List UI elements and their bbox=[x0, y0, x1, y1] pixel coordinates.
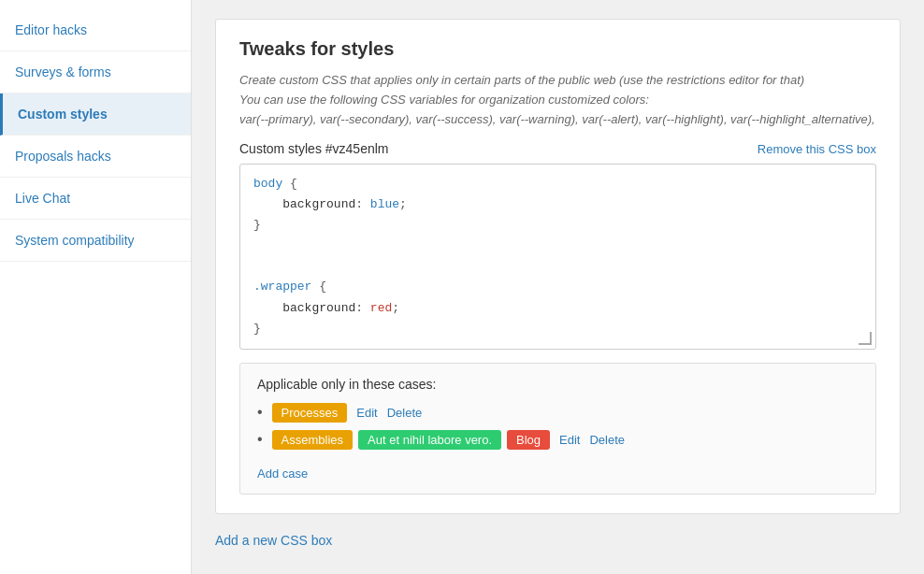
case-row-1: • Processes Edit Delete bbox=[257, 403, 859, 423]
add-new-css-link[interactable]: Add a new CSS box bbox=[215, 533, 332, 548]
bullet-1: • bbox=[257, 404, 263, 421]
add-case-link[interactable]: Add case bbox=[257, 466, 308, 481]
info-text-vars: var(--primary), var(--secondary), var(--… bbox=[239, 112, 876, 126]
bullet-2: • bbox=[257, 431, 263, 448]
sidebar-item-proposals-hacks[interactable]: Proposals hacks bbox=[0, 136, 191, 178]
css-box-header: Custom styles #vz45enlm Remove this CSS … bbox=[239, 141, 876, 156]
applicable-section: Applicable only in these cases: • Proces… bbox=[239, 363, 876, 495]
css-box-title: Custom styles #vz45enlm bbox=[239, 141, 389, 156]
sidebar-item-system-compatibility[interactable]: System compatibility bbox=[0, 220, 191, 262]
sidebar-item-live-chat[interactable]: Live Chat bbox=[0, 178, 191, 220]
main-content: Tweaks for styles Create custom CSS that… bbox=[192, 0, 924, 574]
case-row-2: • Assemblies Aut et nihil labore vero. B… bbox=[257, 430, 859, 450]
tag-processes: Processes bbox=[272, 403, 348, 423]
edit-case-2-link[interactable]: Edit bbox=[559, 433, 580, 447]
tag-aut: Aut et nihil labore vero. bbox=[358, 430, 501, 450]
remove-css-box-link[interactable]: Remove this CSS box bbox=[758, 142, 876, 156]
card-title: Tweaks for styles bbox=[239, 38, 876, 60]
edit-case-1-link[interactable]: Edit bbox=[356, 406, 377, 420]
sidebar-item-surveys-forms[interactable]: Surveys & forms bbox=[0, 51, 191, 93]
sidebar-item-custom-styles[interactable]: Custom styles bbox=[0, 93, 191, 136]
css-code-editor[interactable]: body { background: blue; } .wrapper { ba… bbox=[239, 164, 876, 350]
applicable-title: Applicable only in these cases: bbox=[257, 377, 859, 392]
tag-assemblies: Assemblies bbox=[272, 430, 353, 450]
tag-blog: Blog bbox=[507, 430, 550, 450]
tweaks-card: Tweaks for styles Create custom CSS that… bbox=[215, 19, 901, 514]
info-text-2: You can use the following CSS variables … bbox=[239, 93, 876, 107]
sidebar: Editor hacks Surveys & forms Custom styl… bbox=[0, 0, 192, 574]
delete-case-1-link[interactable]: Delete bbox=[387, 406, 423, 420]
info-text-1: Create custom CSS that applies only in c… bbox=[239, 73, 876, 87]
sidebar-item-editor-hacks[interactable]: Editor hacks bbox=[0, 9, 191, 51]
delete-case-2-link[interactable]: Delete bbox=[589, 433, 625, 447]
